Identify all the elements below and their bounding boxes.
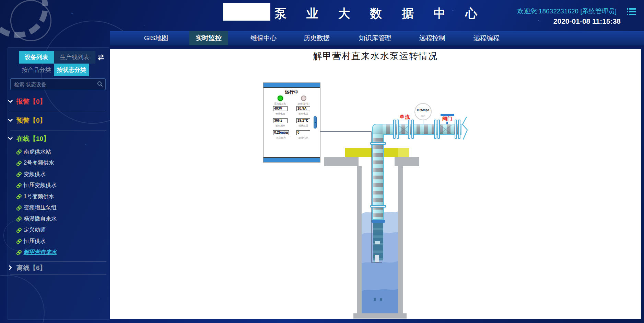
warning-label: 预警 — [16, 117, 30, 124]
output-current-label: 输出电流 — [293, 112, 314, 115]
search-box — [10, 78, 106, 90]
alarm-label: 报警 — [16, 98, 30, 105]
link-icon — [15, 160, 22, 167]
menu-list-icon[interactable] — [627, 8, 636, 15]
well-bottom — [353, 313, 407, 319]
pipe-break-symbol — [461, 117, 470, 140]
tree-section-online[interactable]: 在线【10】 — [0, 134, 110, 144]
search-icon[interactable] — [97, 81, 103, 88]
pump-collar — [372, 220, 385, 223]
pressure-gauge[interactable]: 0.25mpa 压力 — [414, 103, 432, 120]
output-frequency-label: 输出频率 — [270, 124, 291, 127]
valve-label: 阀门 — [442, 116, 453, 122]
output-frequency-value: 36Hz — [273, 118, 288, 123]
pipe-flange — [397, 120, 399, 139]
module-temp-value: 19.2℃ — [296, 118, 310, 123]
pipe-flange — [393, 120, 396, 139]
nav-tab-gis[interactable]: GIS地图 — [138, 31, 175, 45]
cabinet-door-handle — [314, 116, 317, 129]
device-item[interactable]: 1号变频供水 — [0, 191, 110, 202]
nav-tab-knowledge[interactable]: 知识库管理 — [353, 31, 398, 45]
pipe-flange — [408, 120, 410, 139]
device-item[interactable]: 杨漫撒自来水 — [0, 213, 110, 225]
nav-tab-history[interactable]: 历史数据 — [297, 31, 336, 45]
warning-count: 【0】 — [30, 117, 46, 124]
divider — [10, 131, 106, 131]
tab-device-list[interactable]: 设备列表 — [19, 51, 54, 64]
search-input[interactable] — [10, 78, 106, 90]
link-icon — [15, 249, 22, 256]
device-item-selected[interactable]: 解甲营自来水 — [0, 247, 110, 258]
link-icon — [15, 193, 22, 200]
bus-voltage-value: 403V — [273, 106, 288, 111]
device-item[interactable]: 2号变频供水 — [0, 158, 110, 169]
check-valve-label: 单流 — [400, 114, 410, 120]
panel-bottom-bar — [264, 157, 320, 162]
device-item[interactable]: 南虎供水站 — [0, 146, 110, 158]
set-pressure-value: 0.25mpa — [273, 130, 289, 135]
valve-mark — [440, 125, 452, 134]
online-count: 【10】 — [30, 135, 50, 142]
welcome-user-text[interactable]: 欢迎您 18632231620 [系统管理员] — [517, 7, 617, 16]
nav-tab-remote-programming[interactable]: 远程编程 — [467, 31, 506, 45]
output-current-value: 10.9A — [296, 106, 310, 111]
chevron-right-icon[interactable] — [8, 265, 14, 271]
link-icon — [15, 215, 22, 222]
link-icon — [15, 171, 22, 178]
tree-section-warning[interactable]: 预警【0】 — [0, 116, 110, 125]
pipe-flange — [458, 120, 460, 139]
run-indicator-light — [278, 96, 283, 101]
bus-voltage-label: 母线电压 — [270, 112, 291, 115]
pipe-flange — [437, 120, 440, 139]
link-icon — [15, 238, 22, 245]
online-label: 在线 — [16, 135, 30, 142]
link-icon — [15, 148, 22, 155]
device-item[interactable]: 恒压变频供水 — [0, 180, 110, 191]
tab-production-line-list[interactable]: 生产线列表 — [54, 51, 95, 64]
link-icon — [15, 204, 22, 211]
fault-code-value: 0 — [296, 130, 310, 135]
datetime-display: 2020-01-08 11:15:38 — [553, 17, 621, 25]
panel-top-bar — [264, 83, 320, 88]
app-title: 泵 业 大 数 据 中 心 — [274, 5, 485, 22]
nav-tab-realtime-monitor[interactable]: 实时监控 — [189, 31, 228, 45]
run-light-label: 运行指示灯 — [268, 102, 292, 105]
link-icon — [15, 182, 22, 189]
riser-flange — [370, 205, 386, 208]
offline-count: 【6】 — [30, 264, 46, 271]
divider — [10, 261, 106, 261]
well-wall-right — [398, 166, 403, 313]
device-item[interactable]: 变频增压泵组 — [0, 202, 110, 214]
gauge-connector — [423, 120, 423, 124]
pump-foot — [374, 298, 376, 301]
fault-light-label: 故障指示灯 — [292, 102, 316, 105]
device-item[interactable]: 定兴幼师 — [0, 225, 110, 236]
pump-label-sticker — [375, 241, 380, 244]
ground-slab-right — [395, 157, 419, 166]
tab-by-status[interactable]: 按状态分类 — [54, 64, 89, 76]
gauge-label: 压力 — [415, 114, 431, 118]
offline-label: 离线 — [16, 264, 30, 271]
alarm-count: 【0】 — [30, 98, 46, 105]
tree-section-offline[interactable]: 离线【6】 — [0, 263, 110, 273]
chevron-down-icon[interactable] — [8, 118, 14, 124]
tree-section-alarm[interactable]: 报警【0】 — [0, 97, 110, 107]
main-content: 解甲营村直来水水泵运转情况 0.25 — [110, 49, 641, 319]
device-item[interactable]: 恒压供水 — [0, 236, 110, 247]
main-nav: GIS地图 实时监控 维保中心 历史数据 知识库管理 远程控制 远程编程 — [110, 31, 644, 45]
chevron-down-icon[interactable] — [8, 136, 14, 142]
nav-tab-remote-control[interactable]: 远程控制 — [413, 31, 452, 45]
tab-by-product[interactable]: 按产品分类 — [19, 64, 54, 76]
link-icon — [15, 227, 22, 234]
pump-nameplate — [375, 255, 379, 263]
vfd-control-panel[interactable]: 运行中 运行指示灯 故障指示灯 403V 母线电压 10.9A 输出电流 36H… — [263, 82, 320, 163]
divider — [10, 275, 106, 275]
device-item[interactable]: 变频供水 — [0, 169, 110, 180]
swap-icon[interactable] — [97, 54, 105, 60]
gauge-value: 0.25mpa — [416, 108, 430, 112]
well-wall-left — [357, 166, 362, 313]
sidebar: 设备列表 生产线列表 按产品分类 按状态分类 报警【0】 预警【0】 — [0, 31, 110, 323]
module-temp-label: 模块温度 — [293, 124, 314, 127]
chevron-down-icon[interactable] — [8, 99, 14, 105]
nav-tab-maintenance[interactable]: 维保中心 — [244, 31, 283, 45]
